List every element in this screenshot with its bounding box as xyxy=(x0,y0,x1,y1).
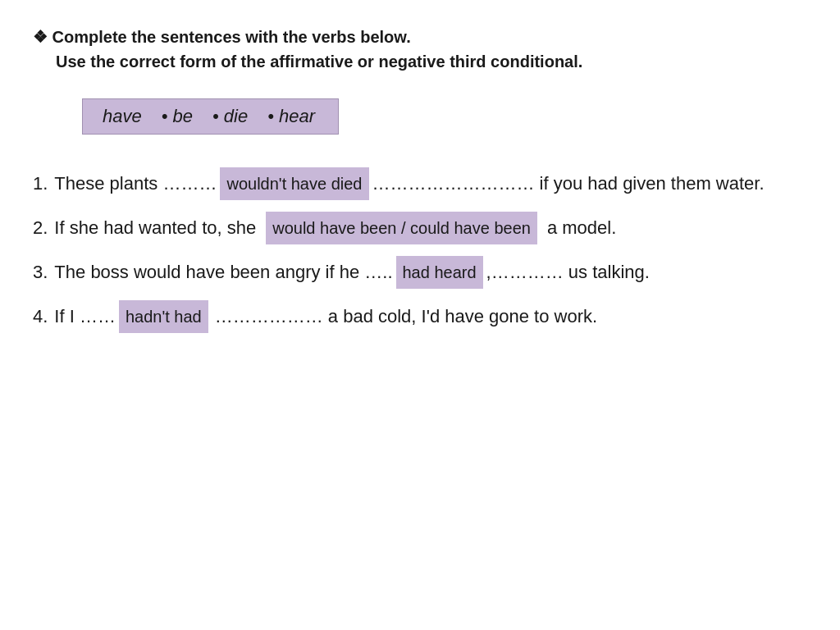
sentence-3: 3. The boss would have been angry if he … xyxy=(33,256,807,289)
verb-have: have xyxy=(103,106,142,127)
verb-box: have • be • die • hear xyxy=(82,98,339,135)
sentence-1-number: 1. xyxy=(33,167,48,200)
sentence-1-highlight: wouldn't have died xyxy=(220,167,368,200)
sentence-2-middle: a model. xyxy=(547,212,616,244)
diamond-icon: ❖ xyxy=(33,28,48,46)
verb-be: • be xyxy=(162,106,193,127)
sentence-3-highlight: had heard xyxy=(396,256,483,289)
instruction: ❖ Complete the sentences with the verbs … xyxy=(33,25,807,74)
sentence-1-middle: ……………………… if you had given them water. xyxy=(372,167,765,200)
sentence-3-middle: ,………… us talking. xyxy=(486,256,650,289)
sentence-1-before: These plants ……… xyxy=(54,167,217,200)
verb-die: • die xyxy=(212,106,248,127)
sentence-2: 2. If she had wanted to, she would have … xyxy=(33,212,807,244)
sentence-3-before: The boss would have been angry if he ….. xyxy=(54,256,392,289)
sentence-4: 4. If I …… hadn't had ……………… a bad cold,… xyxy=(33,300,807,333)
sentence-2-before: If she had wanted to, she xyxy=(54,212,256,244)
instruction-line2: Use the correct form of the affirmative … xyxy=(56,52,582,71)
sentence-2-highlight: would have been / could have been xyxy=(266,212,537,244)
instruction-line1: Complete the sentences with the verbs be… xyxy=(52,28,411,46)
sentence-4-before: If I …… xyxy=(54,300,116,333)
verb-hear: • hear xyxy=(267,106,315,127)
sentence-4-middle: ……………… a bad cold, I'd have gone to work… xyxy=(215,300,597,333)
sentence-4-number: 4. xyxy=(33,300,48,333)
sentence-2-number: 2. xyxy=(33,212,48,244)
sentences: 1. These plants ……… wouldn't have died …… xyxy=(33,167,807,333)
sentence-3-number: 3. xyxy=(33,256,48,289)
sentence-1: 1. These plants ……… wouldn't have died …… xyxy=(33,167,807,200)
sentence-4-highlight: hadn't had xyxy=(119,300,208,333)
